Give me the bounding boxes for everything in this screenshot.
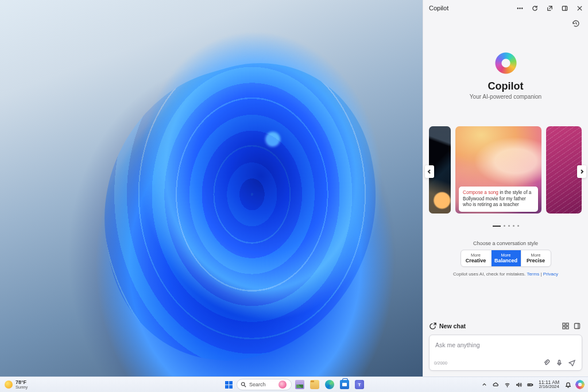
dock-button[interactable] xyxy=(557,0,572,16)
indicator-dot[interactable] xyxy=(504,225,505,227)
svg-point-1 xyxy=(519,7,520,8)
refresh-button[interactable] xyxy=(527,0,542,16)
copilot-body: Copilot Your AI-powered companion Compos… xyxy=(423,29,588,319)
weather-sun-icon xyxy=(5,381,13,389)
edge-icon xyxy=(325,380,334,389)
carousel-next-button[interactable] xyxy=(577,165,586,178)
history-row xyxy=(423,16,588,29)
close-button[interactable] xyxy=(572,0,587,16)
copilot-heading: Copilot xyxy=(488,80,524,92)
new-chat-icon xyxy=(429,323,436,330)
file-explorer-icon xyxy=(310,380,319,389)
conversation-style-label: Choose a conversation style xyxy=(473,240,538,246)
taskbar-search[interactable]: Search xyxy=(237,379,292,390)
tray-notifications-icon[interactable] xyxy=(563,379,573,390)
style-creative[interactable]: More Creative xyxy=(461,250,491,266)
svg-rect-17 xyxy=(528,384,531,385)
style-precise[interactable]: More Precise xyxy=(521,250,551,266)
indicator-dot[interactable] xyxy=(508,225,510,227)
svg-point-2 xyxy=(521,7,522,8)
svg-point-0 xyxy=(517,7,518,8)
desktop-wallpaper[interactable] xyxy=(0,0,423,377)
tray-onedrive-icon[interactable] xyxy=(490,379,501,390)
taskbar: 78°F Sunny Search 11:11 AM 2/16/2024 xyxy=(0,377,588,392)
grid-button[interactable] xyxy=(560,321,571,331)
svg-rect-5 xyxy=(563,323,565,325)
svg-rect-16 xyxy=(532,384,532,385)
svg-rect-11 xyxy=(559,360,560,364)
taskbar-copilot-button[interactable] xyxy=(574,378,586,391)
prompt-accent: Compose a song xyxy=(463,190,498,195)
search-highlight-icon xyxy=(278,381,287,389)
copilot-panel: Copilot Copilot Your AI-powered companio… xyxy=(423,0,588,377)
store-icon xyxy=(340,380,349,389)
more-options-button[interactable] xyxy=(512,0,527,16)
svg-rect-6 xyxy=(566,323,568,325)
pictures-icon xyxy=(295,380,304,389)
indicator-active xyxy=(493,226,501,227)
taskbar-app-pictures[interactable] xyxy=(293,378,307,391)
indicator-dot[interactable] xyxy=(513,225,514,227)
svg-rect-3 xyxy=(562,6,567,10)
taskbar-center: Search xyxy=(222,378,366,391)
weather-widget[interactable]: 78°F Sunny xyxy=(0,380,28,390)
svg-point-14 xyxy=(507,386,508,387)
taskbar-app-teams[interactable] xyxy=(353,378,366,391)
search-placeholder: Search xyxy=(249,382,266,387)
taskbar-tray: 11:11 AM 2/16/2024 xyxy=(479,378,588,391)
taskbar-app-edge[interactable] xyxy=(323,378,336,391)
copilot-bottom: New chat 0/2000 xyxy=(423,319,588,377)
conversation-style-selector: More Creative More Balanced More Precise xyxy=(461,250,551,267)
taskbar-app-explorer[interactable] xyxy=(308,378,322,391)
disclaimer: Copilot uses AI, check for mistakes. Ter… xyxy=(453,271,558,277)
start-button[interactable] xyxy=(222,378,235,391)
char-counter: 0/2000 xyxy=(434,360,447,366)
svg-rect-7 xyxy=(563,327,565,329)
input-footer: 0/2000 xyxy=(434,358,577,368)
new-chat-button[interactable]: New chat xyxy=(429,323,466,330)
windows-logo-icon xyxy=(225,381,233,389)
search-icon xyxy=(241,382,246,387)
carousel-card-next[interactable] xyxy=(546,126,582,214)
chat-input-box: 0/2000 xyxy=(429,335,582,371)
taskbar-clock[interactable]: 11:11 AM 2/16/2024 xyxy=(536,380,562,390)
chat-input[interactable] xyxy=(434,341,577,349)
carousel-indicator xyxy=(493,225,519,227)
tray-chevron[interactable] xyxy=(479,379,489,390)
panel-toggle-button[interactable] xyxy=(572,321,582,331)
svg-line-13 xyxy=(245,386,246,387)
carousel-prev-button[interactable] xyxy=(425,165,434,178)
copilot-icon xyxy=(575,380,585,389)
clock-date: 2/16/2024 xyxy=(539,385,559,389)
tray-volume-icon[interactable] xyxy=(513,379,524,390)
copilot-title: Copilot xyxy=(429,5,512,11)
svg-rect-9 xyxy=(575,324,580,329)
suggestion-carousel: Compose a song in the style of a Bollywo… xyxy=(423,126,588,217)
copilot-logo-icon xyxy=(492,49,519,76)
tray-wifi-icon[interactable] xyxy=(502,379,512,390)
taskbar-app-store[interactable] xyxy=(338,378,351,391)
terms-link[interactable]: Terms xyxy=(527,271,539,277)
privacy-link[interactable]: Privacy xyxy=(543,271,558,277)
svg-point-12 xyxy=(241,382,245,386)
newchat-row: New chat xyxy=(429,319,582,335)
carousel-card-current[interactable]: Compose a song in the style of a Bollywo… xyxy=(455,126,541,214)
tray-battery-icon[interactable] xyxy=(525,379,535,390)
weather-cond: Sunny xyxy=(16,385,28,390)
copilot-subheading: Your AI-powered companion xyxy=(470,94,541,100)
mic-button[interactable] xyxy=(554,358,564,368)
teams-icon xyxy=(355,380,364,389)
copilot-titlebar: Copilot xyxy=(423,0,588,16)
style-balanced[interactable]: More Balanced xyxy=(491,250,521,266)
attach-button[interactable] xyxy=(541,358,552,368)
open-external-button[interactable] xyxy=(542,0,557,16)
carousel-prompt: Compose a song in the style of a Bollywo… xyxy=(459,187,538,212)
indicator-dot[interactable] xyxy=(517,225,519,227)
history-button[interactable] xyxy=(571,18,581,29)
svg-rect-8 xyxy=(566,327,568,329)
send-button[interactable] xyxy=(567,358,577,368)
